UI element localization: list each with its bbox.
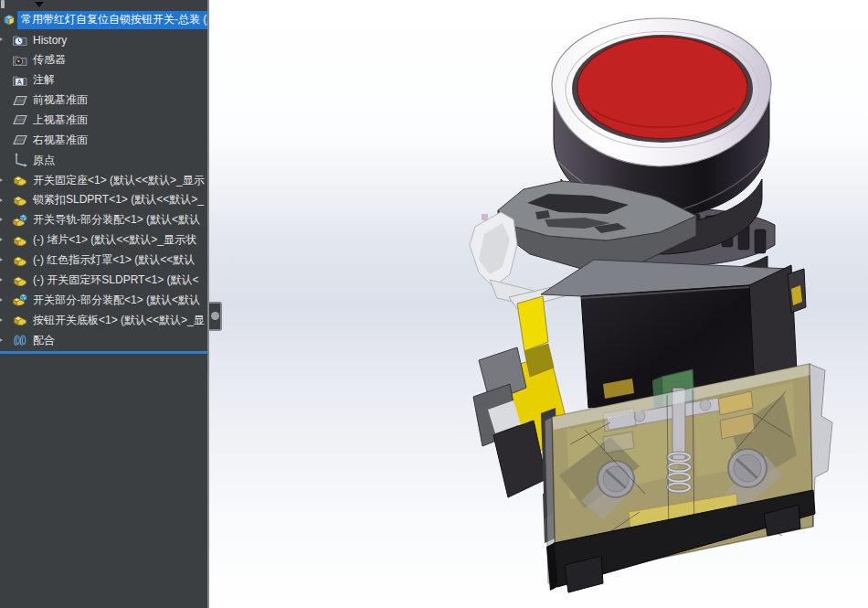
graphics-viewport[interactable] — [209, 0, 868, 608]
solidworks-window: 常用带红灯自复位自锁按钮开关-总装 (默 History — [0, 0, 868, 608]
history-folder-icon — [12, 32, 28, 48]
tree-item-label: 注解 — [33, 72, 55, 88]
expand-arrow-icon[interactable] — [0, 177, 3, 183]
tree-item-label: (-) 堵片<1> (默认<<默认>_显示状 — [33, 232, 196, 248]
tree-item-annotations[interactable]: A 注解 — [0, 70, 207, 91]
tree-item-sensors[interactable]: 传感器 — [0, 50, 207, 70]
tree-item-lock-clip[interactable]: 锁紧扣SLDPRT<1> (默认<<默认>_ — [0, 190, 207, 210]
expand-arrow-icon[interactable] — [0, 257, 3, 262]
tree-item-top-plane[interactable]: 上视基准面 — [0, 110, 207, 130]
sensors-folder-icon — [12, 52, 28, 69]
origin-icon — [12, 152, 28, 168]
svg-text:A: A — [16, 78, 22, 86]
tree-item-switch-retaining-ring[interactable]: (-) 开关固定环SLDPRT<1> (默认< — [0, 271, 207, 291]
tree-item-button-base-plate[interactable]: 按钮开关底板<1> (默认<<默认>_显 — [0, 310, 207, 330]
tree-item-switch-mount[interactable]: 开关固定座<1> (默认<<默认>_显示 — [0, 170, 207, 190]
featuremanager-toolbar — [0, 0, 207, 10]
assembly-icon — [1, 12, 17, 28]
mates-paperclip-icon — [12, 332, 28, 348]
tree-item-label: 上视基准面 — [33, 112, 88, 128]
feature-tree: 常用带红灯自复位自锁按钮开关-总装 (默 History — [0, 10, 207, 350]
tree-item-label: 前视基准面 — [33, 92, 88, 108]
subassembly-icon — [12, 212, 28, 229]
splitter-dot-icon — [211, 312, 219, 320]
expand-arrow-icon[interactable] — [0, 297, 3, 303]
tree-item-right-plane[interactable]: 右视基准面 — [0, 130, 207, 150]
tree-item-assembly-root[interactable]: 常用带红灯自复位自锁按钮开关-总装 (默 — [0, 10, 207, 30]
tree-item-label: 锁紧扣SLDPRT<1> (默认<<默认>_ — [33, 192, 204, 208]
part-icon — [12, 232, 28, 249]
3d-model[interactable] — [209, 0, 868, 608]
plane-icon — [12, 132, 28, 148]
featuremanager-panel: 常用带红灯自复位自锁按钮开关-总装 (默 History — [0, 0, 209, 608]
tree-item-label: 开关部分-部分装配<1> (默认<默认 — [33, 293, 200, 308]
tree-tab-icon[interactable] — [1, 0, 5, 8]
red-button-face[interactable] — [577, 37, 747, 139]
part-icon — [12, 252, 28, 269]
tree-item-origin[interactable]: 原点 — [0, 150, 207, 170]
tree-item-mates[interactable]: 配合 — [0, 330, 207, 350]
part-icon — [12, 192, 28, 208]
expand-arrow-icon[interactable] — [0, 317, 3, 323]
tree-item-history[interactable]: History — [0, 30, 207, 50]
expand-arrow-icon[interactable] — [0, 197, 3, 203]
tree-item-label: 配合 — [33, 333, 55, 348]
filter-dropdown-arrow-icon[interactable] — [35, 2, 44, 7]
expand-arrow-icon[interactable] — [0, 337, 3, 343]
tree-item-label: 原点 — [33, 153, 55, 168]
tree-item-switch-part-subassembly[interactable]: 开关部分-部分装配<1> (默认<默认 — [0, 290, 207, 310]
tree-item-switch-rail-subassembly[interactable]: 开关导轨-部分装配<1> (默认<默认 — [0, 210, 207, 230]
plane-icon — [12, 92, 28, 109]
expand-arrow-icon[interactable] — [0, 37, 3, 42]
annotations-folder-icon: A — [12, 72, 28, 89]
tree-item-red-indicator-cover[interactable]: (-) 红色指示灯罩<1> (默认<<默认 — [0, 251, 207, 271]
panel-splitter-handle[interactable] — [209, 302, 222, 331]
tree-item-label: 开关导轨-部分装配<1> (默认<默认 — [33, 212, 200, 228]
tree-item-label: (-) 红色指示灯罩<1> (默认<<默认 — [33, 252, 195, 268]
expand-arrow-icon[interactable] — [0, 277, 3, 283]
part-icon — [12, 312, 28, 328]
tree-item-label: 开关固定座<1> (默认<<默认>_显示 — [33, 173, 205, 188]
tree-item-label: 右视基准面 — [33, 133, 88, 148]
rollback-bar[interactable] — [0, 351, 207, 354]
tree-item-label: 传感器 — [33, 52, 66, 68]
part-icon — [12, 272, 28, 289]
tree-item-plug-piece[interactable]: (-) 堵片<1> (默认<<默认>_显示状 — [0, 230, 207, 251]
expand-arrow-icon[interactable] — [0, 217, 3, 222]
tree-item-label: History — [33, 34, 67, 47]
tree-item-label: 按钮开关底板<1> (默认<<默认>_显 — [33, 313, 205, 328]
expand-arrow-icon[interactable] — [0, 237, 3, 242]
subassembly-icon — [12, 292, 28, 308]
tree-item-front-plane[interactable]: 前视基准面 — [0, 91, 207, 111]
plane-icon — [12, 112, 28, 128]
part-icon — [12, 172, 28, 188]
tree-item-label: 常用带红灯自复位自锁按钮开关-总装 (默 — [21, 12, 207, 27]
tree-item-label: (-) 开关固定环SLDPRT<1> (默认< — [33, 272, 198, 288]
